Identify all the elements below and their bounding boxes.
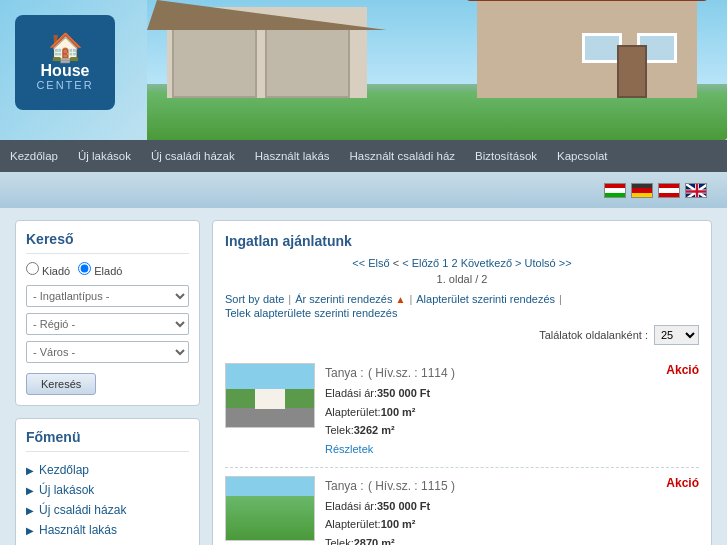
property-title-2: Tanya : ( Hív.sz. : 1115 ) (325, 476, 649, 493)
results-row: Találatok oldalanként : 25 (225, 325, 699, 345)
sort-by-plot[interactable]: Telek alapterülete szerinti rendezés (225, 307, 397, 319)
nav-bar: Kezdőlap Új lakások Új családi házak Has… (0, 140, 727, 172)
results-label: Találatok oldalanként : (539, 329, 648, 341)
property-thumbnail-1 (225, 363, 315, 428)
akcio-badge-1: Akció (666, 363, 699, 377)
menu-box: Főmenü ▶ Kezdőlap ▶ Új lakások ▶ Új csal… (15, 418, 200, 545)
property-title-1: Tanya : ( Hív.sz. : 1114 ) (325, 363, 649, 380)
search-title: Kereső (26, 231, 189, 254)
property-details-2: Eladási ár:350 000 Ft Alapterület:100 m²… (325, 497, 649, 545)
property-item: Tanya : ( Hív.sz. : 1114 ) Eladási ár:35… (225, 355, 699, 468)
sort-by-price[interactable]: Ár szerinti rendezés ▲ (295, 293, 405, 305)
search-box: Kereső Kiadó Eladó - Ingatlantípus - - R… (15, 220, 200, 406)
flag-german[interactable] (631, 183, 653, 198)
flag-hungarian[interactable] (604, 183, 626, 198)
prev-page-link[interactable]: < Előző (402, 257, 439, 269)
nav-item-kezdolap[interactable]: Kezdőlap (0, 142, 68, 170)
main-content: Kereső Kiadó Eladó - Ingatlantípus - - R… (15, 220, 712, 545)
language-bar (0, 172, 727, 208)
thumb-house-small-1 (255, 389, 285, 409)
search-button[interactable]: Keresés (26, 373, 96, 395)
regio-dropdown[interactable]: - Régió - (26, 313, 189, 335)
menu-item-uj-csaladi[interactable]: ▶ Új családi házak (26, 500, 189, 520)
akcio-badge-2: Akció (666, 476, 699, 490)
menu-item-uj-lakasok[interactable]: ▶ Új lakások (26, 480, 189, 500)
nav-item-uj-lakasok[interactable]: Új lakások (68, 142, 141, 170)
pagination-top: << Első < < Előző 1 2 Következő > Utolsó… (225, 257, 699, 269)
first-page-link[interactable]: << Első (352, 257, 389, 269)
radio-group: Kiadó Eladó (26, 262, 189, 277)
sort-by-date[interactable]: Sort by date (225, 293, 284, 305)
arrow-icon: ▶ (26, 465, 34, 476)
radio-elado[interactable] (78, 262, 91, 275)
radio-kiado[interactable] (26, 262, 39, 275)
content-area: Ingatlan ajánlatunk << Első < < Előző 1 … (212, 220, 712, 545)
thumb-image-2 (226, 477, 314, 540)
logo-icon: 🏠 (48, 34, 83, 62)
ingatlan-dropdown[interactable]: - Ingatlantípus - (26, 285, 189, 307)
content-title: Ingatlan ajánlatunk (225, 233, 699, 249)
banner-image (147, 0, 727, 140)
arrow-icon: ▶ (26, 485, 34, 496)
property-details-1: Eladási ár:350 000 Ft Alapterület:100 m²… (325, 384, 649, 459)
menu-item-kezdolap[interactable]: ▶ Kezdőlap (26, 460, 189, 480)
property-item-2: Tanya : ( Hív.sz. : 1115 ) Eladási ár:35… (225, 468, 699, 545)
page1-link[interactable]: 1 (442, 257, 448, 269)
logo-house: House (41, 62, 90, 80)
nav-item-biztositasok[interactable]: Biztosítások (465, 142, 547, 170)
nav-item-kapcsolat[interactable]: Kapcsolat (547, 142, 618, 170)
varos-dropdown[interactable]: - Város - (26, 341, 189, 363)
main-wrapper: Kereső Kiadó Eladó - Ingatlantípus - - R… (0, 208, 727, 545)
last-page-link[interactable]: Utolsó >> (525, 257, 572, 269)
nav-item-hasznalt-lakas[interactable]: Használt lakás (245, 142, 340, 170)
sort-by-area[interactable]: Alapterület szerinti rendezés (416, 293, 555, 305)
property-akcio-2: Akció (659, 476, 699, 490)
logo[interactable]: 🏠 House CENTER (15, 15, 115, 110)
property-info-2: Tanya : ( Hív.sz. : 1115 ) Eladási ár:35… (325, 476, 649, 545)
sort-bar: Sort by date | Ár szerinti rendezés ▲ | … (225, 293, 699, 319)
next-page-link[interactable]: Következő > (461, 257, 522, 269)
property-info-1: Tanya : ( Hív.sz. : 1114 ) Eladási ár:35… (325, 363, 649, 459)
radio-kiado-label[interactable]: Kiadó (26, 262, 70, 277)
sidebar: Kereső Kiadó Eladó - Ingatlantípus - - R… (15, 220, 200, 545)
logo-center: CENTER (36, 79, 93, 91)
menu-title: Főmenü (26, 429, 189, 452)
flag-english[interactable] (685, 183, 707, 198)
thumb-image-1 (226, 364, 314, 427)
page2-link[interactable]: 2 (451, 257, 457, 269)
results-per-page-select[interactable]: 25 (654, 325, 699, 345)
nav-item-uj-csaladi[interactable]: Új családi házak (141, 142, 245, 170)
radio-elado-label[interactable]: Eladó (78, 262, 122, 277)
property-akcio-1: Akció (659, 363, 699, 377)
top-banner: 🏠 House CENTER (0, 0, 727, 140)
page-info: 1. oldal / 2 (225, 273, 699, 285)
sort-arrow: ▲ (395, 294, 405, 305)
arrow-icon: ▶ (26, 505, 34, 516)
property-thumbnail-2 (225, 476, 315, 541)
nav-item-hasznalt-csaladi[interactable]: Használt családi ház (340, 142, 465, 170)
flag-austrian[interactable] (658, 183, 680, 198)
details-link-1[interactable]: Részletek (325, 443, 373, 455)
arrow-icon: ▶ (26, 525, 34, 536)
menu-item-hasznalt-lakas[interactable]: ▶ Használt lakás (26, 520, 189, 540)
